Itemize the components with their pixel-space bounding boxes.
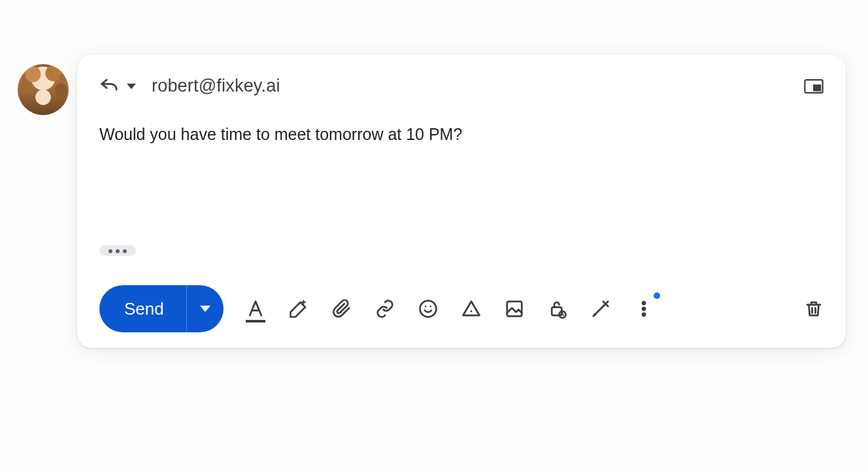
- svg-rect-1: [813, 84, 821, 91]
- insert-drive-button[interactable]: [461, 299, 481, 319]
- discard-draft-button[interactable]: [804, 299, 824, 319]
- svg-point-10: [642, 307, 646, 311]
- insert-signature-button[interactable]: [591, 299, 610, 319]
- send-button-group: Send: [99, 285, 224, 332]
- more-options-button[interactable]: [634, 299, 654, 319]
- compose-card: robert@fixkey.ai Would you have time to …: [77, 55, 846, 348]
- svg-point-11: [642, 313, 646, 317]
- reply-type-dropdown[interactable]: [127, 82, 136, 91]
- attach-file-button[interactable]: [332, 299, 352, 319]
- sparkle-pen-icon[interactable]: [289, 299, 309, 319]
- send-button[interactable]: Send: [99, 285, 187, 332]
- svg-point-9: [642, 302, 646, 305]
- svg-point-5: [470, 310, 472, 312]
- notification-dot-icon: [654, 292, 660, 299]
- svg-point-2: [420, 301, 436, 317]
- insert-link-button[interactable]: [375, 299, 395, 319]
- svg-rect-6: [507, 302, 522, 317]
- avatar[interactable]: [18, 64, 69, 115]
- recipient-field[interactable]: robert@fixkey.ai: [152, 76, 280, 96]
- insert-image-button[interactable]: [505, 299, 524, 319]
- svg-point-4: [429, 305, 431, 307]
- reply-arrow-icon[interactable]: [99, 77, 119, 96]
- text-format-button[interactable]: [246, 299, 265, 319]
- message-body-input[interactable]: Would you have time to meet tomorrow at …: [99, 123, 807, 146]
- popout-window-icon[interactable]: [804, 78, 824, 94]
- compose-header: robert@fixkey.ai: [99, 76, 824, 96]
- insert-emoji-button[interactable]: [418, 299, 438, 319]
- svg-point-3: [425, 305, 427, 307]
- confidential-mode-button[interactable]: [548, 299, 567, 319]
- send-options-dropdown[interactable]: [187, 285, 224, 332]
- compose-toolbar: Send: [99, 285, 824, 332]
- show-trimmed-content-button[interactable]: [99, 245, 136, 256]
